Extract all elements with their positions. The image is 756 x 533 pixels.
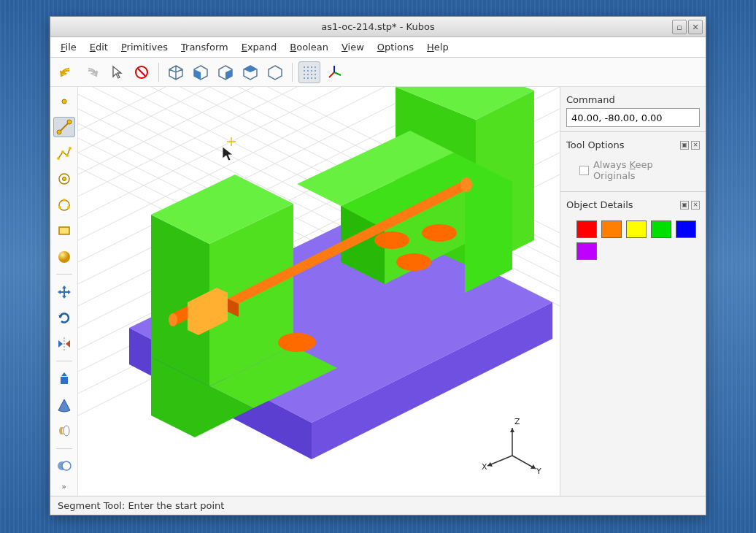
segment-tool-button[interactable] [53,117,75,137]
circle-center-tool-button[interactable] [53,169,75,188]
svg-point-13 [315,74,316,75]
svg-point-28 [59,200,69,210]
color-swatch-blue[interactable] [676,221,696,238]
panel-close-icon[interactable]: ✕ [691,141,700,150]
command-input[interactable] [566,108,700,127]
toolbar-top [50,58,706,87]
select-arrow-button[interactable] [106,61,128,83]
window-controls: ▫ ✕ [672,20,703,34]
color-swatch-purple[interactable] [576,242,597,260]
mirror-tool-button[interactable] [53,334,75,353]
left-overflow-chevron[interactable]: » [61,482,66,491]
command-section: Command [560,87,706,131]
svg-point-27 [62,177,66,181]
menu-file[interactable]: File [55,39,82,55]
color-palette [566,213,700,260]
menu-primitives[interactable]: Primitives [115,39,174,55]
svg-point-18 [62,99,66,104]
menu-edit[interactable]: Edit [84,39,114,55]
view-front-button[interactable] [190,61,212,83]
svg-point-25 [69,147,72,150]
view-back-button[interactable] [264,61,286,83]
svg-point-22 [57,157,60,160]
svg-point-33 [58,251,70,263]
undo-button[interactable] [56,61,78,83]
svg-point-3 [307,66,309,68]
mouse-cursor-icon [220,145,235,163]
svg-point-10 [304,74,305,75]
command-label: Command [566,94,615,105]
color-swatch-yellow[interactable] [626,221,647,238]
point-tool-button[interactable] [53,91,75,111]
extrude-tool-button[interactable] [53,369,75,388]
revolve-tool-button[interactable] [53,421,75,440]
svg-point-8 [311,70,312,72]
tool-options-section: Tool Options ▣ ✕ Always Keep Originals [560,132,706,191]
object-details-label: Object Details [566,199,633,210]
viewport-3d[interactable]: Z Y X [78,87,560,496]
close-button[interactable]: ✕ [688,20,703,34]
window-title: as1-oc-214.stp* - Kubos [321,21,434,32]
view-iso-button[interactable] [165,61,187,83]
menu-help[interactable]: Help [421,39,455,55]
app-window: as1-oc-214.stp* - Kubos ▫ ✕ File Edit Pr… [50,16,706,515]
grid-toggle-button[interactable] [298,61,320,83]
svg-point-24 [66,154,69,157]
menu-transform[interactable]: Transform [175,39,234,55]
status-text: Segment Tool: Enter the start point [58,500,224,511]
svg-point-11 [307,74,309,75]
menu-view[interactable]: View [336,39,370,55]
left-separator [56,274,72,275]
view-top-button[interactable] [239,61,261,83]
svg-point-2 [304,66,305,68]
axes-toggle-button[interactable] [323,61,345,83]
svg-point-5 [315,66,316,68]
rotate-tool-button[interactable] [53,308,75,328]
color-swatch-red[interactable] [576,221,597,238]
object-details-section: Object Details ▣ ✕ [560,192,706,264]
svg-point-6 [304,70,305,72]
svg-point-7 [307,70,309,72]
always-keep-originals-row[interactable]: Always Keep Originals [566,153,700,187]
color-swatch-green[interactable] [651,221,671,238]
left-separator-2 [56,361,72,361]
toolbar-separator [158,63,159,82]
redo-button[interactable] [81,61,103,83]
svg-point-16 [311,77,312,79]
menu-boolean[interactable]: Boolean [284,39,334,55]
svg-point-4 [311,66,312,68]
svg-point-12 [311,74,312,75]
menu-options[interactable]: Options [371,39,420,55]
always-keep-originals-checkbox[interactable] [579,166,589,175]
always-keep-originals-label: Always Keep Originals [593,159,697,181]
panel-undock-icon[interactable]: ▣ [680,141,689,150]
sphere-tool-button[interactable] [53,247,75,266]
color-swatch-orange[interactable] [601,221,622,238]
statusbar: Segment Tool: Enter the start point [50,496,706,515]
svg-point-9 [315,70,316,72]
axis-indicator: Z Y X [479,415,545,481]
svg-point-35 [63,426,69,436]
rect-tool-button[interactable] [53,221,75,240]
svg-point-70 [460,177,472,192]
cone-tool-button[interactable] [53,395,75,415]
svg-point-23 [61,150,64,153]
panel-undock-icon-2[interactable]: ▣ [680,201,689,210]
svg-point-29 [63,199,66,202]
axis-z-label: Z [514,417,520,426]
polyline-tool-button[interactable] [53,143,75,163]
axis-y-label: Y [536,467,541,476]
minimize-button[interactable]: ▫ [672,20,687,34]
move-tool-button[interactable] [53,282,75,302]
panel-close-icon-2[interactable]: ✕ [691,201,700,210]
delete-button[interactable] [131,61,153,83]
view-right-button[interactable] [215,61,236,83]
svg-point-30 [67,206,70,209]
svg-point-69 [278,333,316,352]
svg-point-20 [57,130,61,134]
boolean-tool-button[interactable] [53,456,75,476]
right-panel: Command Tool Options ▣ ✕ Always Keep Ori… [560,87,706,496]
menu-expand[interactable]: Expand [236,39,283,55]
svg-point-17 [315,77,316,79]
circle-3pt-tool-button[interactable] [53,195,75,215]
